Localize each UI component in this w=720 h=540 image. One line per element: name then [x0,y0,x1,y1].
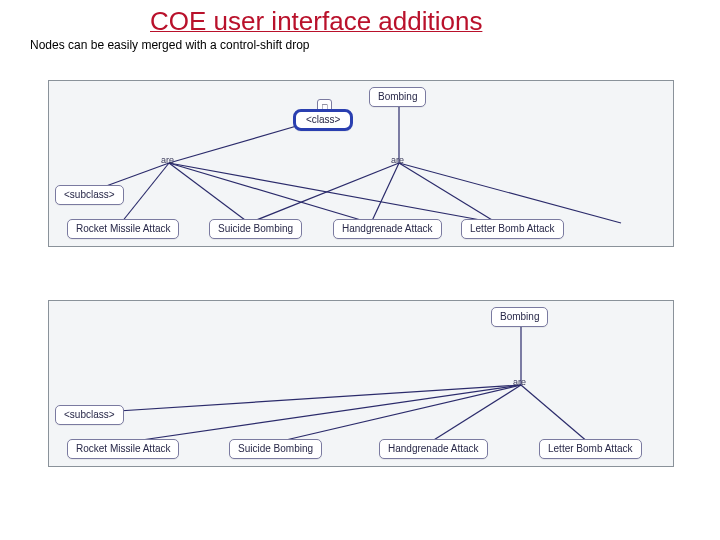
svg-line-12 [169,163,497,223]
node-leaf-letterbomb-attack[interactable]: Letter Bomb Attack [539,439,642,459]
svg-line-10 [169,163,249,223]
diagram-after: Bombing are <subclass> Rocket Missile At… [48,300,674,467]
node-class[interactable]: <class> [293,109,353,131]
node-leaf-suicide-bombing[interactable]: Suicide Bombing [229,439,322,459]
page-title: COE user interface additions [150,6,482,37]
edge-label-are-right: are [391,155,404,165]
node-leaf-handgrenade-attack[interactable]: Handgrenade Attack [379,439,488,459]
page-subtitle: Nodes can be easily merged with a contro… [30,38,309,52]
node-bombing[interactable]: Bombing [491,307,548,327]
svg-line-17 [273,385,521,443]
node-leaf-rocket-missile-attack[interactable]: Rocket Missile Attack [67,439,179,459]
svg-line-5 [399,163,621,223]
svg-line-3 [371,163,399,223]
svg-line-4 [399,163,497,223]
edge-label-are-left: are [161,155,174,165]
svg-line-9 [121,163,169,223]
edge-label-are: are [513,377,526,387]
node-leaf-letterbomb-attack[interactable]: Letter Bomb Attack [461,219,564,239]
node-leaf-rocket-missile-attack[interactable]: Rocket Missile Attack [67,219,179,239]
node-subclass[interactable]: <subclass> [55,405,124,425]
svg-line-11 [169,163,371,223]
node-leaf-suicide-bombing[interactable]: Suicide Bombing [209,219,302,239]
node-subclass[interactable]: <subclass> [55,185,124,205]
svg-line-6 [169,123,307,163]
svg-line-2 [249,163,399,223]
node-bombing[interactable]: Bombing [369,87,426,107]
svg-line-19 [521,385,589,443]
svg-line-16 [121,385,521,443]
svg-line-18 [429,385,521,443]
diagram-before: Bombing □ <class> are are <subclass> Roc… [48,80,674,247]
node-leaf-handgrenade-attack[interactable]: Handgrenade Attack [333,219,442,239]
svg-line-15 [87,385,521,413]
